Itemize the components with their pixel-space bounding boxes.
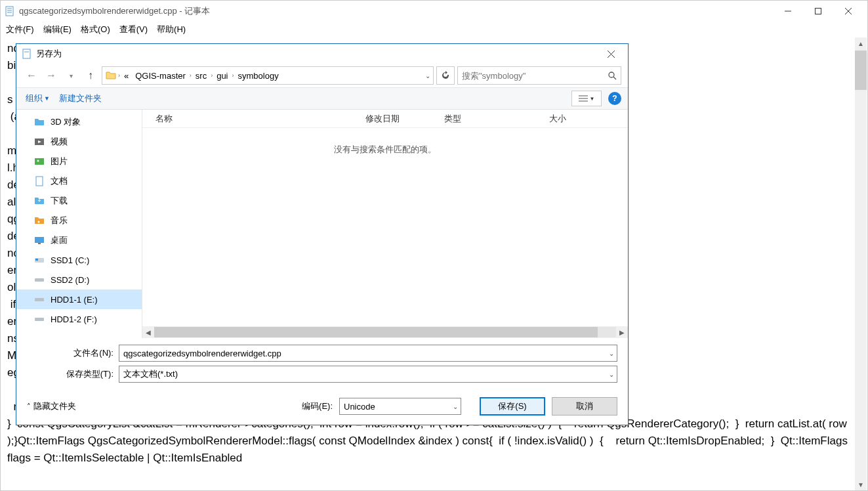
nav-up-button[interactable]: ↑ [82,67,99,84]
scroll-up-icon[interactable]: ▲ [855,37,867,49]
column-size[interactable]: 大小 [549,113,602,125]
tree-item-drive-f[interactable]: HDD1-2 (F:) [16,309,142,329]
drive-icon [33,313,45,325]
tree-item-videos[interactable]: 视频 [16,132,142,152]
folder-tree[interactable]: 3D 对象 视频 图片 文档 下载 音乐 桌面 SSD1 (C:) SSD2 (… [16,110,142,338]
chevron-up-icon: ˄ [27,402,31,411]
tree-item-3d[interactable]: 3D 对象 [16,112,142,132]
save-as-title: 另存为 [36,48,599,60]
save-as-titlebar: 另存为 [16,44,628,64]
menu-view[interactable]: 查看(V) [119,24,148,35]
menu-help[interactable]: 帮助(H) [157,24,186,35]
close-button[interactable] [833,1,863,21]
chevron-right-icon: › [118,72,120,79]
chevron-down-icon[interactable]: ⌄ [609,371,614,378]
menu-file[interactable]: 文件(F) [6,24,34,35]
folder-downloads-icon [33,195,45,207]
dialog-close-button[interactable] [599,45,623,62]
folder-pictures-icon [33,156,45,167]
scroll-right-icon[interactable]: ▶ [616,329,628,336]
svg-rect-28 [35,298,44,301]
chevron-right-icon: › [232,72,234,79]
tree-item-pictures[interactable]: 图片 [16,152,142,171]
tree-item-desktop[interactable]: 桌面 [16,230,142,250]
search-input-wrapper [457,66,621,85]
tree-item-music[interactable]: 音乐 [16,211,142,230]
search-input[interactable] [462,71,608,81]
menu-format[interactable]: 格式(O) [81,24,110,35]
drive-icon [33,293,45,305]
savetype-label: 保存类型(T): [27,368,114,380]
search-icon[interactable] [608,71,617,80]
tree-item-drive-e[interactable]: HDD1-1 (E:) [16,289,142,309]
svg-rect-23 [35,237,44,243]
scroll-thumb[interactable] [154,327,598,337]
chevron-down-icon: ▼ [44,95,50,102]
tree-item-drive-c[interactable]: SSD1 (C:) [16,250,142,270]
notepad-title: qgscategorizedsymbolrendererwidget.cpp -… [19,5,773,17]
save-as-icon [22,49,32,59]
filename-label: 文件名(N): [27,347,114,359]
encoding-label: 编码(E): [302,400,333,412]
svg-point-20 [37,160,39,162]
file-list: 名称 修改日期 类型 大小 没有与搜索条件匹配的项。 ◀ ▶ [142,110,628,338]
svg-point-12 [609,72,614,77]
new-folder-button[interactable]: 新建文件夹 [56,91,104,106]
scroll-down-icon[interactable]: ▼ [855,479,867,490]
breadcrumb-item[interactable]: src [193,71,209,81]
tree-item-drive-d[interactable]: SSD2 (D:) [16,270,142,289]
encoding-select[interactable]: Unicode ⌄ [339,398,461,415]
nav-recent-dropdown[interactable]: ▾ [62,67,79,84]
help-button[interactable]: ? [608,92,621,105]
notepad-icon [5,6,15,16]
svg-rect-8 [23,49,30,58]
folder-icon [105,70,117,81]
svg-rect-26 [35,259,38,261]
column-type[interactable]: 类型 [444,113,549,125]
filename-form: 文件名(N): qgscategorizedsymbolrendererwidg… [16,338,628,391]
column-name[interactable]: 名称 [155,113,365,125]
notepad-menubar: 文件(F) 编辑(E) 格式(O) 查看(V) 帮助(H) [1,22,867,37]
folder-docs-icon [33,175,45,187]
menu-edit[interactable]: 编辑(E) [43,24,72,35]
svg-point-22 [38,221,40,223]
breadcrumb-item[interactable]: symbology [236,71,281,81]
cancel-button[interactable]: 取消 [552,397,617,416]
folder-music-icon [33,215,45,226]
chevron-down-icon[interactable]: ⌄ [453,403,458,410]
svg-line-13 [613,77,616,79]
vertical-scrollbar[interactable]: ▲ ▼ [855,37,867,490]
file-list-header: 名称 修改日期 类型 大小 [142,110,628,128]
nav-back-button[interactable]: ← [23,67,40,84]
hide-folders-toggle[interactable]: ˄ 隐藏文件夹 [27,400,76,412]
toolbar: 组织 ▼ 新建文件夹 ▼ ? [16,87,628,110]
folder-video-icon [33,136,45,148]
save-button[interactable]: 保存(S) [480,397,545,416]
horizontal-scrollbar[interactable]: ◀ ▶ [142,326,628,338]
maximize-button[interactable] [803,1,833,21]
scroll-left-icon[interactable]: ◀ [142,329,154,336]
column-modified[interactable]: 修改日期 [365,113,444,125]
breadcrumb-item[interactable]: QGIS-master [133,71,188,81]
chevron-down-icon[interactable]: ⌄ [609,350,614,357]
breadcrumb-prefix: « [121,71,131,81]
minimize-button[interactable] [773,1,803,21]
tree-item-downloads[interactable]: 下载 [16,191,142,211]
folder-desktop-icon [33,234,45,246]
filename-input[interactable]: qgscategorizedsymbolrendererwidget.cpp ⌄ [119,345,617,362]
refresh-button[interactable] [436,66,455,85]
breadcrumb[interactable]: › « QGIS-master › src › gui › symbology … [102,66,434,85]
notepad-titlebar: qgscategorizedsymbolrendererwidget.cpp -… [1,1,867,22]
svg-rect-27 [35,278,44,282]
chevron-down-icon[interactable]: ⌄ [425,72,430,79]
nav-forward-button[interactable]: → [43,67,60,84]
view-options-button[interactable]: ▼ [571,91,602,106]
svg-rect-19 [35,158,44,165]
nav-row: ← → ▾ ↑ › « QGIS-master › src › gui › sy… [16,64,628,87]
scroll-thumb[interactable] [855,51,867,90]
organize-menu[interactable]: 组织 ▼ [23,91,52,106]
savetype-select[interactable]: 文本文档(*.txt) ⌄ [119,366,617,383]
breadcrumb-item[interactable]: gui [214,71,230,81]
empty-message: 没有与搜索条件匹配的项。 [142,128,628,326]
tree-item-documents[interactable]: 文档 [16,171,142,191]
